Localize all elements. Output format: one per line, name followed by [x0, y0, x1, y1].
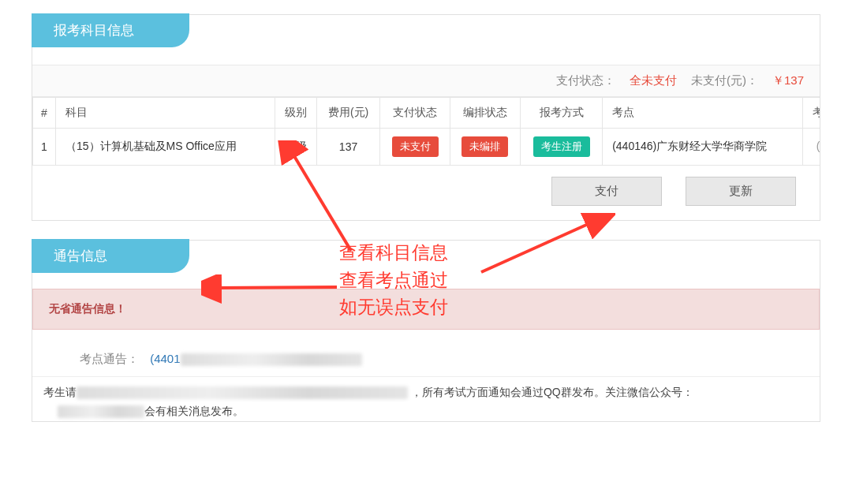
body-suffix: 会有相关消息发布。 [144, 405, 244, 417]
exam-subject-panel: 报考科目信息 支付状态： 全未支付 未支付(元)： ￥137 # 科目 级别 费… [32, 14, 820, 221]
cell-arrange-status: 未编排 [450, 129, 521, 166]
site-notice-body: 考生请 ，所有考试方面通知会通过QQ群发布。关注微信公众号： 会有相关消息发布。 [32, 376, 820, 421]
panel-title: 报考科目信息 [32, 13, 189, 47]
body-mid: ，所有考试方面通知会通过QQ群发布。关注微信公众号： [408, 386, 693, 398]
table-row: 1 （15）计算机基础及MS Office应用 一级 137 未支付 未编排 考… [33, 129, 820, 166]
badge-method: 考生注册 [533, 136, 590, 157]
site-notice-prefix: (4401 [150, 352, 180, 365]
cell-level: 一级 [275, 129, 317, 166]
col-subject: 科目 [56, 98, 275, 129]
unpaid-value: ￥137 [772, 73, 804, 88]
refresh-button[interactable]: 更新 [686, 177, 796, 206]
col-fee: 费用(元) [317, 98, 380, 129]
cell-index: 1 [33, 129, 56, 166]
col-arrange-status: 编排状态 [450, 98, 521, 129]
cell-method: 考生注册 [520, 129, 602, 166]
table-scroll[interactable]: # 科目 级别 费用(元) 支付状态 编排状态 报考方式 考点 考场 1 （15 [32, 97, 820, 166]
pay-status-label: 支付状态： [556, 73, 615, 88]
col-extra: 考场 [803, 98, 820, 129]
col-method: 报考方式 [520, 98, 602, 129]
payment-summary: 支付状态： 全未支付 未支付(元)： ￥137 [32, 65, 820, 97]
badge-unpaid: 未支付 [392, 136, 439, 157]
notice-panel: 通告信息 无省通告信息！ 考点通告： (4401 考生请 ，所有考试方面通知会通… [32, 240, 820, 422]
action-row: 支付 更新 [32, 166, 820, 220]
subjects-table: # 科目 级别 费用(元) 支付状态 编排状态 报考方式 考点 考场 1 （15 [32, 97, 820, 166]
cell-site: (440146)广东财经大学华商学院 [603, 129, 803, 166]
redacted-text [77, 386, 408, 399]
col-pay-status: 支付状态 [380, 98, 450, 129]
col-site: 考点 [603, 98, 803, 129]
cell-extra: (准 [803, 129, 820, 166]
pay-status-value: 全未支付 [630, 73, 677, 88]
cell-subject: （15）计算机基础及MS Office应用 [56, 129, 275, 166]
body-prefix: 考生请 [43, 386, 77, 398]
cell-pay-status: 未支付 [380, 129, 450, 166]
redacted-text [58, 405, 144, 418]
unpaid-label: 未支付(元)： [691, 73, 758, 88]
alert-no-province-notice: 无省通告信息！ [32, 289, 820, 330]
redacted-text [181, 353, 362, 366]
col-index: # [33, 98, 56, 129]
cell-fee: 137 [317, 129, 380, 166]
site-notice-header: 考点通告： (4401 [32, 347, 820, 376]
col-level: 级别 [275, 98, 317, 129]
badge-unarranged: 未编排 [462, 136, 508, 157]
pay-button[interactable]: 支付 [551, 177, 662, 206]
site-notice-value: (4401 [150, 352, 361, 365]
table-header-row: # 科目 级别 费用(元) 支付状态 编排状态 报考方式 考点 考场 [33, 98, 820, 129]
site-notice-label: 考点通告： [80, 352, 139, 365]
panel-title: 通告信息 [32, 239, 189, 273]
